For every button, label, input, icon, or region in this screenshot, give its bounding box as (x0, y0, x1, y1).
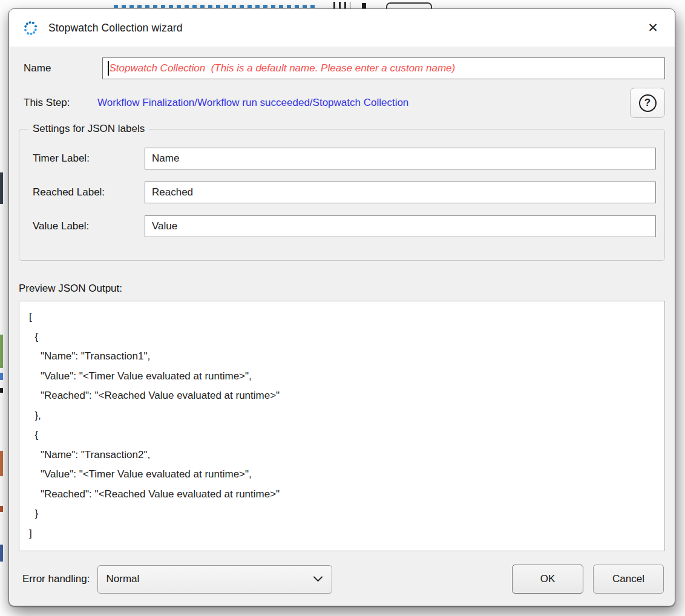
sync-arrows-icon (22, 20, 39, 36)
chevron-down-icon (313, 575, 323, 583)
this-step-row: This Step: Workflow Finalization/Workflo… (19, 88, 665, 118)
dialog-title: Stopwatch Collection wizard (48, 22, 183, 34)
name-input[interactable]: Stopwatch Collection (This is a default … (102, 57, 665, 79)
value-label-text: Value Label: (33, 220, 145, 232)
preview-json-text: [ { "Name": "Transaction1", "Value": "<T… (29, 307, 655, 543)
background-app-sliver (0, 451, 3, 476)
reached-label-text: Reached Label: (33, 186, 145, 198)
timer-label-text: Timer Label: (33, 152, 145, 165)
stopwatch-collection-wizard-dialog: Stopwatch Collection wizard ✕ Name Stopw… (8, 8, 675, 606)
background-dot (362, 3, 366, 8)
settings-group-box: Settings for JSON labels Timer Label: Re… (19, 129, 665, 261)
close-icon[interactable]: ✕ (642, 17, 664, 39)
background-dashed-line (114, 5, 316, 8)
error-handling-value: Normal (107, 573, 140, 585)
dialog-content: Name Stopwatch Collection (This is a def… (9, 47, 675, 606)
footer-bar: Error handling: Normal OK Cancel (19, 565, 665, 602)
workflow-step-link[interactable]: Workflow Finalization/Workflow run succe… (97, 97, 408, 109)
group-box-legend: Settings for JSON labels (28, 123, 149, 135)
preview-json-output[interactable]: [ { "Name": "Transaction1", "Value": "<T… (19, 301, 665, 551)
background-app-sliver (0, 506, 3, 512)
background-app-sliver (0, 388, 3, 393)
timer-label-row: Timer Label: (33, 148, 656, 169)
value-label-row: Value Label: (33, 215, 656, 237)
background-app-sliver (0, 172, 3, 204)
name-default-value: Stopwatch Collection (This is a default … (110, 62, 456, 74)
background-app-sliver (0, 335, 3, 368)
ok-button[interactable]: OK (512, 565, 583, 594)
error-handling-select[interactable]: Normal (97, 565, 332, 594)
timer-label-input[interactable] (145, 148, 656, 169)
background-app-sliver (0, 545, 3, 562)
text-caret (108, 61, 109, 76)
background-app-sliver (0, 373, 3, 380)
name-row: Name Stopwatch Collection (This is a def… (19, 57, 665, 79)
preview-json-label: Preview JSON Output: (19, 283, 665, 295)
cancel-button[interactable]: Cancel (593, 565, 664, 594)
help-button[interactable]: ? (630, 88, 665, 118)
this-step-label: This Step: (19, 97, 97, 109)
value-label-input[interactable] (145, 215, 656, 237)
background-tick-marks (333, 2, 350, 8)
error-handling-label: Error handling: (19, 573, 90, 585)
reached-label-row: Reached Label: (33, 182, 656, 203)
name-label: Name (19, 62, 102, 74)
reached-label-input[interactable] (145, 182, 656, 203)
background-shape (386, 2, 432, 8)
question-mark-icon: ? (639, 94, 657, 112)
title-bar[interactable]: Stopwatch Collection wizard ✕ (9, 9, 675, 47)
